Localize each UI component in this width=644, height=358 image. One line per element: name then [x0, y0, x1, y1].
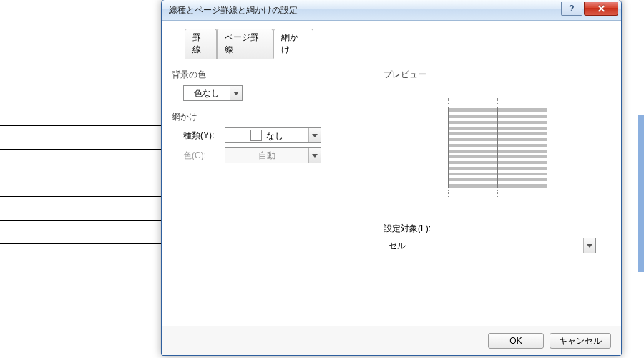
dialog-client: 罫線 ページ罫線 網かけ 背景の色 色なし 網かけ 種類(Y): なし — [162, 21, 621, 326]
table-cell — [21, 173, 172, 197]
table-cell: ↲ — [0, 173, 21, 197]
borders-shading-dialog: 線種とページ罫線と網かけの設定 ? 罫線 ページ罫線 網かけ 背景の色 色なし — [161, 0, 622, 356]
help-button[interactable]: ? — [561, 2, 582, 16]
titlebar[interactable]: 線種とページ罫線と網かけの設定 ? — [162, 0, 621, 21]
dialog-title: 線種とページ罫線と網かけの設定 — [169, 4, 560, 16]
table-cell — [21, 150, 172, 173]
color-label: 色(C): — [183, 150, 225, 162]
pattern-color-dropdown: 自動 — [225, 147, 321, 163]
pattern-color-value: 自動 — [225, 148, 308, 163]
chevron-down-icon — [583, 238, 595, 253]
table-cell: ↲ — [0, 126, 21, 150]
cancel-button[interactable]: キャンセル — [550, 333, 611, 349]
table-cell — [21, 126, 172, 150]
apply-to-value: セル — [384, 238, 583, 253]
pattern-value: なし — [225, 128, 308, 142]
shading-section-label: 網かけ — [172, 111, 379, 123]
preview-cell — [449, 107, 497, 188]
apply-to-label: 設定対象(L): — [384, 223, 611, 235]
table-cell — [21, 197, 172, 221]
help-icon: ? — [569, 4, 574, 14]
none-swatch-icon — [250, 130, 262, 141]
table-cell: ↲ — [0, 221, 21, 244]
close-icon — [597, 5, 605, 12]
close-button[interactable] — [584, 2, 618, 16]
table-cell: ↲ — [0, 150, 21, 173]
chevron-down-icon — [308, 148, 321, 163]
preview-cell — [497, 107, 547, 188]
chevron-down-icon — [308, 128, 321, 142]
tab-page-borders[interactable]: ページ罫線 — [217, 29, 273, 59]
background-table: ↲ ↲ ↲ ↲ ↲ — [0, 125, 172, 244]
tab-shading[interactable]: 網かけ — [273, 29, 313, 59]
shading-preview — [444, 102, 552, 193]
ok-button[interactable]: OK — [488, 333, 544, 349]
chevron-down-icon — [230, 86, 242, 100]
preview-label: プレビュー — [384, 69, 611, 81]
bg-color-dropdown[interactable]: 色なし — [183, 85, 243, 101]
tabstrip: 罫線 ページ罫線 網かけ — [185, 28, 313, 59]
pattern-dropdown[interactable]: なし — [225, 127, 321, 143]
apply-to-dropdown[interactable]: セル — [384, 238, 596, 253]
bg-color-section-label: 背景の色 — [172, 69, 379, 81]
table-cell: ↲ — [0, 197, 21, 221]
pattern-label: 種類(Y): — [183, 130, 225, 142]
tab-borders[interactable]: 罫線 — [185, 29, 217, 59]
decorative-stripe — [638, 115, 644, 272]
table-cell — [21, 221, 172, 244]
button-bar: OK キャンセル — [162, 326, 621, 355]
bg-color-value: 色なし — [184, 86, 230, 100]
